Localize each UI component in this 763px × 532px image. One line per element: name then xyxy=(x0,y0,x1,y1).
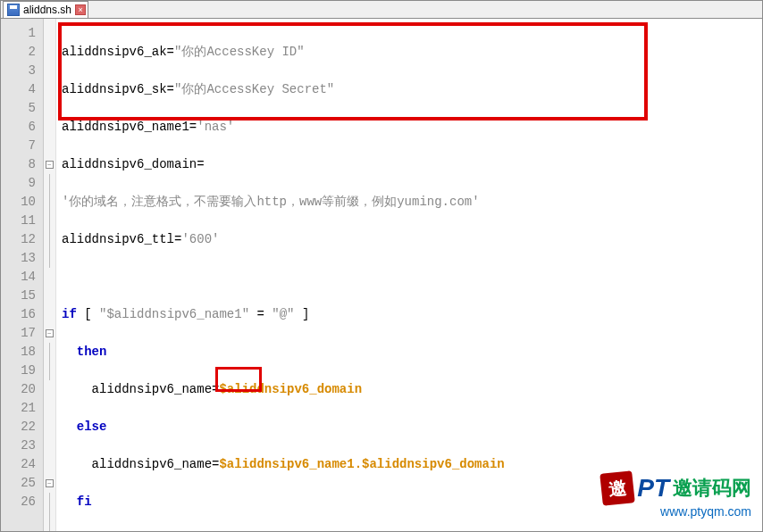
line-number: 25 xyxy=(1,474,36,493)
editor-area: 1234567891011121314151617181920212223242… xyxy=(1,19,762,531)
line-number: 10 xyxy=(1,193,36,212)
line-number: 8 xyxy=(1,155,36,174)
line-number: 19 xyxy=(1,362,36,380)
fold-column: −−− xyxy=(44,19,56,531)
file-tab[interactable]: aliddns.sh × xyxy=(3,1,88,18)
line-number: 9 xyxy=(1,174,36,193)
line-number: 22 xyxy=(1,418,36,436)
line-number: 12 xyxy=(1,230,36,249)
line-number: 1 xyxy=(1,24,36,43)
line-number: 21 xyxy=(1,399,36,418)
line-number: 3 xyxy=(1,62,36,80)
line-number: 7 xyxy=(1,137,36,155)
line-number: 20 xyxy=(1,380,36,399)
line-number: 13 xyxy=(1,249,36,268)
tab-bar: aliddns.sh × xyxy=(1,1,762,19)
line-number: 6 xyxy=(1,118,36,137)
line-number: 11 xyxy=(1,212,36,230)
line-number: 18 xyxy=(1,343,36,362)
line-number: 2 xyxy=(1,43,36,62)
close-icon[interactable]: × xyxy=(75,4,86,15)
line-number: 14 xyxy=(1,268,36,287)
line-number: 4 xyxy=(1,80,36,99)
tab-filename: aliddns.sh xyxy=(23,4,71,16)
line-number: 15 xyxy=(1,287,36,305)
line-number: 24 xyxy=(1,455,36,474)
code-area[interactable]: aliddnsipv6_ak="你的AccessKey ID" aliddnsi… xyxy=(56,19,762,531)
line-number: 26 xyxy=(1,493,36,511)
line-number: 17 xyxy=(1,324,36,343)
line-number: 23 xyxy=(1,436,36,455)
line-number: 16 xyxy=(1,305,36,324)
line-number-gutter: 1234567891011121314151617181920212223242… xyxy=(1,19,44,531)
line-number: 5 xyxy=(1,99,36,118)
save-icon xyxy=(7,4,20,16)
